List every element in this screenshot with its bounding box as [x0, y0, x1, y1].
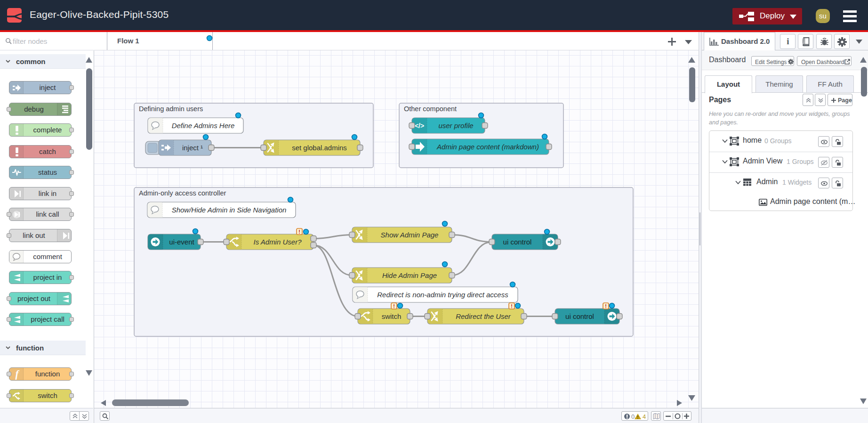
svg-text:set global.admins: set global.admins	[292, 144, 347, 152]
svg-text:ui control: ui control	[503, 238, 532, 246]
svg-text:Admin-only access controller: Admin-only access controller	[139, 189, 226, 197]
svg-text:Defining admin users: Defining admin users	[139, 105, 203, 113]
svg-text:Define Admins Here: Define Admins Here	[172, 122, 235, 130]
svg-text:switch: switch	[382, 312, 402, 320]
svg-text:Hide Admin Page: Hide Admin Page	[382, 271, 437, 279]
svg-text:</>: </>	[415, 122, 424, 130]
svg-text:Show Admin Page: Show Admin Page	[381, 231, 439, 239]
svg-text:inject ¹: inject ¹	[182, 144, 203, 152]
svg-text:user profile: user profile	[438, 122, 473, 130]
svg-text:f: f	[16, 369, 20, 380]
svg-text:0: 0	[631, 413, 635, 420]
svg-text:Redirect the User: Redirect the User	[456, 312, 511, 320]
svg-text:Show/Hide Admin in Side Naviga: Show/Hide Admin in Side Navigation	[172, 206, 287, 214]
svg-text:4: 4	[643, 413, 646, 420]
svg-text:ui control: ui control	[565, 312, 594, 320]
svg-text:Other component: Other component	[404, 105, 457, 113]
svg-text:!: !	[511, 303, 513, 309]
svg-text:Admin page content (markdown): Admin page content (markdown)	[436, 143, 539, 151]
svg-text:!: !	[393, 303, 395, 309]
svg-text:i: i	[787, 37, 789, 46]
svg-text:!: !	[605, 303, 607, 309]
svg-text:ui-event: ui-event	[169, 238, 194, 246]
svg-text:Is Admin User?: Is Admin User?	[254, 238, 302, 246]
svg-text:!: !	[298, 229, 300, 235]
svg-text:Redirect is non-admin trying d: Redirect is non-admin trying direct acce…	[377, 291, 508, 299]
